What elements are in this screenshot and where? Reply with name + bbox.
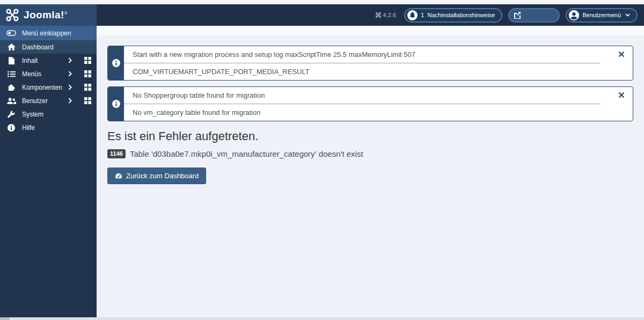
preview-site-button[interactable]	[508, 8, 560, 23]
back-button-label: Zurück zum Dashboard	[126, 172, 199, 180]
alert-message-line: No vm_category table found for migration	[124, 104, 601, 121]
list-icon	[6, 71, 16, 77]
open-site-icon	[514, 11, 521, 19]
home-icon	[6, 43, 16, 50]
content-top-band	[97, 26, 644, 35]
sidebar-item-menus[interactable]: Menüs	[0, 67, 97, 81]
notification-count: 1	[421, 12, 424, 18]
sidebar-item-label: Benutzer	[22, 97, 62, 105]
sidebar-item-label: Dashboard	[22, 43, 91, 51]
version-text: 4.2.6	[383, 12, 396, 18]
joomla-mini-icon	[376, 12, 381, 18]
horizontal-scrollbar[interactable]	[0, 317, 644, 320]
joomla-brand[interactable]: Joomla!®	[0, 4, 97, 26]
section-dashboard-grid-icon[interactable]	[84, 97, 91, 104]
info-alert-tables: No Shoppergroup table found for migratio…	[107, 86, 633, 121]
alert-message-line: COM_VIRTUEMART_UPDATE_PORT_MEDIA_RESULT	[124, 63, 601, 80]
section-dashboard-grid-icon[interactable]	[84, 70, 91, 77]
alert-messages: Start with a new migration process and s…	[124, 46, 633, 80]
sidebar-item-components[interactable]: Komponenten	[0, 81, 97, 94]
joomla-logo-icon	[6, 9, 19, 21]
browser-top-strip	[0, 0, 644, 4]
section-dashboard-grid-icon[interactable]	[84, 57, 91, 64]
sidebar-item-collapse-menu[interactable]: Menü einklappen	[0, 26, 97, 40]
error-heading: Es ist ein Fehler aufgetreten.	[107, 129, 633, 143]
info-icon	[6, 124, 16, 132]
user-menu-button[interactable]: Benutzermenü	[566, 8, 638, 23]
close-icon[interactable]	[617, 91, 626, 99]
sidebar-item-content[interactable]: Inhalt	[0, 54, 97, 67]
chevron-right-icon	[68, 71, 72, 77]
chevron-right-icon	[68, 84, 72, 90]
brand-wordmark: Joomla!®	[24, 9, 68, 21]
puzzle-icon	[6, 83, 16, 91]
users-icon	[6, 98, 16, 104]
chevron-down-icon	[625, 13, 630, 17]
alert-messages: No Shoppergroup table found for migratio…	[124, 87, 633, 121]
file-icon	[6, 57, 16, 64]
user-menu-label: Benutzermenü	[582, 12, 621, 18]
chevron-right-icon	[68, 57, 72, 63]
sidebar-item-label: System	[22, 111, 91, 118]
wrench-icon	[6, 111, 16, 118]
error-detail: 1146 Table 'd03ba0e7.mkp0i_vm_manufactur…	[107, 149, 633, 158]
topbar: 4.2.6 1 Nachinstallationshinweise	[97, 4, 644, 26]
post-installation-messages-button[interactable]: 1 Nachinstallationshinweise	[404, 8, 502, 23]
scrollbar-corner	[0, 317, 10, 320]
sidebar-item-system[interactable]: System	[0, 107, 97, 121]
sidebar-item-users[interactable]: Benutzer	[0, 94, 97, 107]
alert-info-icon	[108, 46, 124, 80]
sidebar: Menü einklappen Dashboard Inhalt	[0, 26, 97, 317]
section-dashboard-grid-icon[interactable]	[84, 84, 91, 91]
alert-info-icon	[108, 87, 124, 121]
sidebar-item-label: Menü einklappen	[22, 30, 91, 37]
error-message: Table 'd03ba0e7.mkp0i_vm_manufacturer_ca…	[130, 149, 363, 158]
admin-header: Joomla!® 4.2.6 1 N	[0, 4, 644, 26]
alert-message-line: No Shoppergroup table found for migratio…	[124, 87, 601, 104]
main-content: Start with a new migration process and s…	[97, 26, 644, 317]
sidebar-item-dashboard[interactable]: Dashboard	[0, 40, 97, 54]
user-icon	[569, 10, 579, 20]
sidebar-item-label: Komponenten	[22, 84, 62, 91]
dashboard-gauge-icon	[115, 173, 122, 179]
alert-message-line: Start with a new migration process and s…	[124, 46, 601, 63]
notification-label: Nachinstallationshinweise	[427, 12, 495, 18]
sidebar-item-help[interactable]: Hilfe	[0, 121, 97, 134]
info-alert-migration: Start with a new migration process and s…	[107, 46, 633, 81]
sidebar-item-label: Hilfe	[22, 124, 91, 132]
close-icon[interactable]	[617, 50, 626, 59]
sidebar-item-label: Menüs	[22, 70, 62, 78]
bell-icon	[407, 10, 418, 20]
back-to-dashboard-button[interactable]: Zurück zum Dashboard	[107, 168, 206, 184]
sidebar-item-label: Inhalt	[22, 57, 62, 64]
error-code-badge: 1146	[107, 149, 126, 158]
toggle-icon	[6, 30, 16, 36]
joomla-version: 4.2.6	[376, 12, 396, 18]
chevron-right-icon	[68, 98, 72, 104]
